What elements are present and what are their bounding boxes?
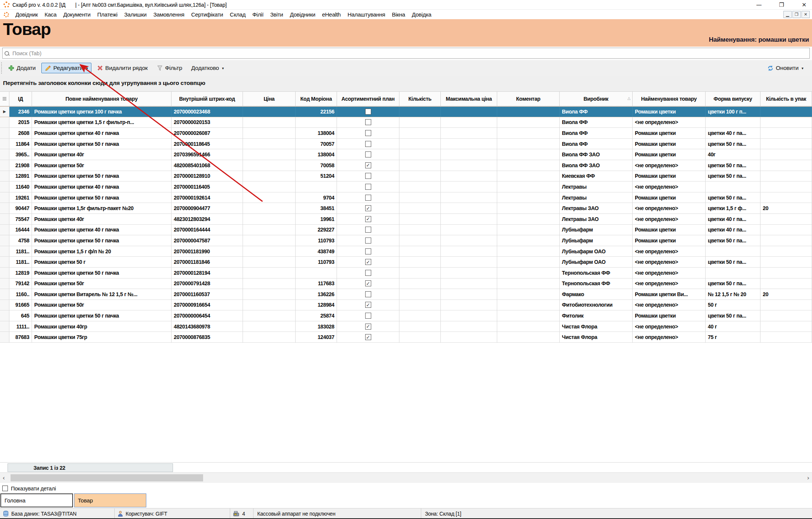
cell-comment[interactable] <box>497 321 560 332</box>
cell-form[interactable]: цветки 50 г па... <box>706 257 760 268</box>
cell-name[interactable]: Ромашки цветки цветки 40 г пачка <box>32 182 172 192</box>
cell-max_price[interactable] <box>441 107 497 117</box>
cell-qty_pack[interactable] <box>760 300 812 311</box>
cell-comment[interactable] <box>497 171 560 182</box>
checkbox-unchecked[interactable] <box>365 173 371 179</box>
cell-morion[interactable]: 124037 <box>296 332 337 343</box>
scroll-left-arrow[interactable]: ‹ <box>1 474 7 481</box>
cell-assort[interactable] <box>337 117 399 128</box>
cell-barcode[interactable]: 2070000876835 <box>172 332 243 343</box>
cell-product_name[interactable]: <не определено> <box>633 160 706 171</box>
cell-barcode[interactable]: 2070000020153 <box>172 117 243 128</box>
column-header-product_name[interactable]: Найменування товару <box>633 92 706 106</box>
cell-comment[interactable] <box>497 149 560 160</box>
cell-manufacturer[interactable]: Лектравы <box>560 182 633 192</box>
cell-name[interactable]: Ромашки цветки 50г <box>32 278 172 289</box>
search-input[interactable] <box>12 50 809 57</box>
cell-qty[interactable] <box>399 128 441 139</box>
cell-id[interactable]: 79142 <box>9 278 32 289</box>
cell-manufacturer[interactable]: Виола ФФ <box>560 128 633 139</box>
cell-comment[interactable] <box>497 107 560 117</box>
column-header-barcode[interactable]: Внутрішній штрих-код <box>172 92 243 106</box>
cell-price[interactable] <box>243 321 296 332</box>
cell-id[interactable]: 1160.. <box>9 289 32 300</box>
cell-product_name[interactable]: Ромашки цветки <box>633 310 706 321</box>
column-header-price[interactable]: Ціна <box>243 92 296 106</box>
cell-name[interactable]: Ромашки цветки 1,5 г ф/п № 20 <box>32 246 172 257</box>
cell-comment[interactable] <box>497 235 560 246</box>
cell-comment[interactable] <box>497 214 560 225</box>
cell-id[interactable]: 90447 <box>9 203 32 214</box>
cell-manufacturer[interactable]: Тернопольская ФФ <box>560 268 633 278</box>
cell-form[interactable]: 40 г <box>706 321 760 332</box>
cell-price[interactable] <box>243 139 296 150</box>
checkbox-checked[interactable]: ✓ <box>365 205 371 211</box>
cell-morion[interactable]: 229227 <box>296 225 337 236</box>
checkbox-checked[interactable]: ✓ <box>365 259 371 265</box>
close-button[interactable]: ✕ <box>800 2 808 8</box>
column-header-qty_pack[interactable]: Кількість в упак <box>760 92 812 106</box>
cell-max_price[interactable] <box>441 235 497 246</box>
cell-qty_pack[interactable] <box>760 235 812 246</box>
cell-qty_pack[interactable] <box>760 149 812 160</box>
cell-comment[interactable] <box>497 310 560 321</box>
cell-morion[interactable]: 19961 <box>296 214 337 225</box>
cell-name[interactable]: Ромашки цветки цветки 50 г пачка <box>32 235 172 246</box>
cell-name[interactable]: Ромашки цветки 40г <box>32 149 172 160</box>
checkbox-checked[interactable]: ✓ <box>365 162 371 168</box>
table-row[interactable]: ▶2346Ромашки цветки цветки 100 г пачка20… <box>0 106 812 117</box>
cell-name[interactable]: Ромашки цветки 50г <box>32 160 172 171</box>
cell-qty[interactable] <box>399 214 441 225</box>
cell-qty_pack[interactable] <box>760 225 812 236</box>
cell-assort[interactable] <box>337 310 399 321</box>
cell-assort[interactable]: ✓ <box>337 278 399 289</box>
cell-qty_pack[interactable] <box>760 278 812 289</box>
cell-max_price[interactable] <box>441 160 497 171</box>
cell-assort[interactable] <box>337 149 399 160</box>
cell-morion[interactable]: 128984 <box>296 300 337 311</box>
cell-manufacturer[interactable]: Фитобиотехнологии <box>560 300 633 311</box>
cell-qty_pack[interactable] <box>760 246 812 257</box>
checkbox-unchecked[interactable] <box>365 248 371 254</box>
refresh-button[interactable]: Оновити ▾ <box>764 63 807 73</box>
cell-id[interactable]: 1111.. <box>9 321 32 332</box>
column-header-id[interactable]: ІД <box>9 92 32 106</box>
cell-max_price[interactable] <box>441 310 497 321</box>
cell-product_name[interactable]: <не определено> <box>633 203 706 214</box>
cell-barcode[interactable]: 2070000164444 <box>172 225 243 236</box>
mdi-restore-button[interactable]: ❐ <box>792 11 801 18</box>
cell-id[interactable]: 1181.. <box>9 257 32 268</box>
cell-manufacturer[interactable]: Киевская ФФ <box>560 171 633 182</box>
cell-barcode[interactable]: 2070000904477 <box>172 203 243 214</box>
table-row[interactable]: 1181..Ромашки цветки 1,5 г ф/п № 2020700… <box>0 246 812 257</box>
cell-name[interactable]: Ромашки цветки 75гр <box>32 332 172 343</box>
cell-barcode[interactable]: 2070000192614 <box>172 192 243 203</box>
cell-name[interactable]: Ромашки цветки цветки 100 г пачка <box>32 107 172 117</box>
cell-price[interactable] <box>243 225 296 236</box>
cell-assort[interactable]: ✓ <box>337 203 399 214</box>
cell-name[interactable]: Ромашки цветки 40гр <box>32 321 172 332</box>
menu-item-довідник[interactable]: Довідник <box>12 11 41 18</box>
cell-manufacturer[interactable]: Виола ФФ <box>560 117 633 128</box>
tab-holovna[interactable]: Головна <box>0 493 73 507</box>
search-box[interactable] <box>2 48 810 59</box>
table-row[interactable]: 12891Ромашки цветки цветки 50 г пачка207… <box>0 171 812 182</box>
column-header-assort[interactable]: Асортиментний план <box>337 92 399 106</box>
cell-manufacturer[interactable]: Фитолик <box>560 310 633 321</box>
tab-tovar[interactable]: Товар <box>74 493 146 507</box>
cell-comment[interactable] <box>497 257 560 268</box>
toolbar-grip[interactable] <box>1 62 3 74</box>
cell-form[interactable]: 75 г <box>706 332 760 343</box>
checkbox-unchecked[interactable] <box>365 109 371 115</box>
cell-morion[interactable]: 438749 <box>296 246 337 257</box>
cell-name[interactable]: Ромашки цветки цветки 50 г пачка <box>32 139 172 150</box>
cell-qty_pack[interactable] <box>760 332 812 343</box>
cell-qty[interactable] <box>399 160 441 171</box>
cell-morion[interactable]: 25874 <box>296 310 337 321</box>
cell-barcode[interactable]: 4820085401068 <box>172 160 243 171</box>
cell-morion[interactable]: 70057 <box>296 139 337 150</box>
cell-barcode[interactable]: 2070396591466 <box>172 149 243 160</box>
cell-price[interactable] <box>243 310 296 321</box>
cell-id[interactable]: 3965.. <box>9 149 32 160</box>
cell-product_name[interactable]: <не определено> <box>633 278 706 289</box>
